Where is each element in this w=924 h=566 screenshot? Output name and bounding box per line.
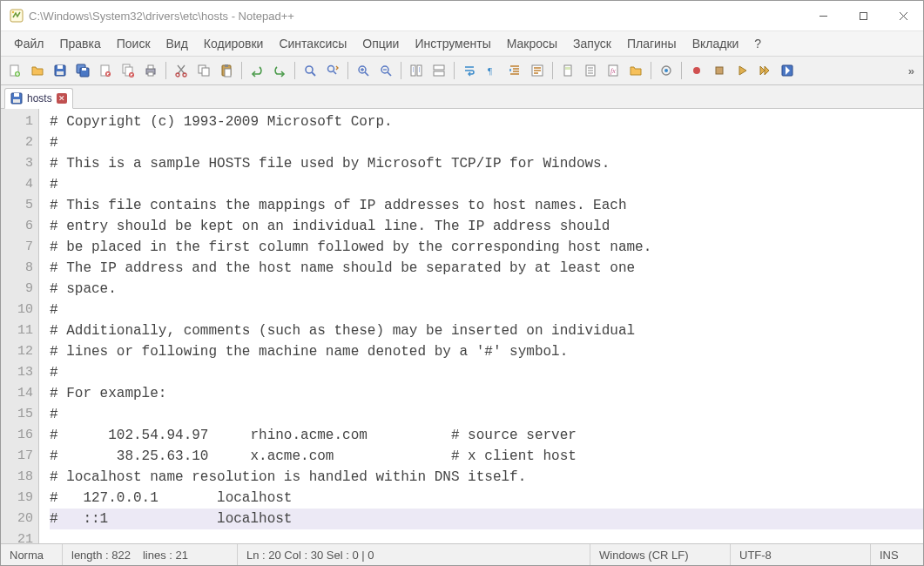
tab-hosts[interactable]: hosts ✕	[4, 88, 73, 109]
sync-h-button[interactable]	[428, 60, 449, 81]
replace-button[interactable]	[322, 60, 343, 81]
menu-view[interactable]: Вид	[158, 33, 196, 54]
code-line[interactable]: #	[50, 300, 923, 320]
paste-button[interactable]	[216, 60, 237, 81]
show-all-chars-button[interactable]: ¶	[482, 60, 502, 81]
user-lang-button[interactable]	[527, 60, 548, 81]
zoom-out-button[interactable]	[375, 60, 396, 81]
save-macro-button[interactable]	[777, 60, 798, 81]
code-line[interactable]: #	[50, 132, 923, 153]
tab-label: hosts	[27, 92, 52, 104]
code-line[interactable]: # localhost name resolution is handled w…	[50, 467, 923, 488]
code-line[interactable]: # 127.0.0.1 localhost	[50, 488, 923, 509]
close-all-button[interactable]	[118, 60, 138, 81]
code-area[interactable]: # Copyright (c) 1993-2009 Microsoft Corp…	[39, 109, 923, 543]
menu-run[interactable]: Запуск	[565, 33, 619, 54]
menu-plugins[interactable]: Плагины	[619, 33, 685, 54]
redo-button[interactable]	[269, 60, 290, 81]
menu-help[interactable]: ?	[746, 33, 769, 54]
svg-rect-40	[434, 71, 444, 76]
find-button[interactable]	[300, 60, 320, 81]
code-line[interactable]: #	[50, 174, 923, 195]
code-line[interactable]	[50, 529, 923, 543]
open-file-button[interactable]	[27, 60, 48, 81]
menu-edit[interactable]: Правка	[51, 33, 108, 54]
tab-bar: hosts ✕	[1, 85, 923, 109]
menu-encoding[interactable]: Кодировки	[196, 33, 272, 54]
save-all-button[interactable]	[72, 60, 93, 81]
folder-workspace-button[interactable]	[625, 60, 646, 81]
svg-rect-38	[417, 65, 422, 76]
svg-rect-20	[148, 65, 153, 69]
undo-button[interactable]	[246, 60, 267, 81]
status-insert-mode[interactable]: INS	[871, 544, 923, 565]
doc-map-button[interactable]	[557, 60, 578, 81]
code-line[interactable]: # space.	[50, 279, 923, 300]
print-button[interactable]	[140, 60, 161, 81]
svg-rect-13	[82, 68, 86, 71]
code-line[interactable]: # This is a sample HOSTS file used by Mi…	[50, 153, 923, 174]
code-line[interactable]: #	[50, 404, 923, 425]
monitor-button[interactable]	[656, 60, 677, 81]
code-line[interactable]: # entry should be kept on an individual …	[50, 216, 923, 237]
new-file-button[interactable]	[4, 60, 25, 81]
code-line[interactable]: # Copyright (c) 1993-2009 Microsoft Corp…	[50, 111, 923, 132]
svg-rect-27	[225, 64, 228, 67]
status-length-value: length : 822	[71, 549, 131, 562]
menu-options[interactable]: Опции	[354, 33, 407, 54]
indent-guide-button[interactable]	[504, 60, 525, 81]
copy-button[interactable]	[193, 60, 214, 81]
code-line[interactable]: # The IP address and the host name shoul…	[50, 258, 923, 279]
tab-close-icon[interactable]: ✕	[57, 93, 67, 104]
doc-list-button[interactable]	[580, 60, 601, 81]
play-multi-button[interactable]	[754, 60, 775, 81]
sync-v-button[interactable]	[406, 60, 427, 81]
code-line[interactable]: # This file contains the mappings of IP …	[50, 195, 923, 216]
svg-line-32	[334, 71, 336, 74]
code-line[interactable]: # ::1 localhost	[50, 509, 923, 529]
close-button[interactable]	[883, 1, 923, 30]
menu-syntax[interactable]: Синтаксисы	[271, 33, 354, 54]
play-macro-button[interactable]	[732, 60, 752, 81]
code-line[interactable]: # Additionally, comments (such as these)…	[50, 320, 923, 341]
code-line[interactable]: # For example:	[50, 383, 923, 404]
menu-bar: Файл Правка Поиск Вид Кодировки Синтакси…	[1, 31, 923, 57]
status-eol[interactable]: Windows (CR LF)	[590, 544, 731, 565]
cut-button[interactable]	[171, 60, 192, 81]
zoom-in-button[interactable]	[353, 60, 374, 81]
svg-rect-43	[564, 65, 571, 76]
status-lines-value: lines : 21	[143, 549, 188, 562]
code-line[interactable]: # be placed in the first column followed…	[50, 237, 923, 258]
svg-rect-10	[57, 71, 64, 75]
svg-rect-3	[860, 12, 867, 19]
toolbar-separator	[294, 62, 295, 79]
record-macro-button[interactable]	[686, 60, 707, 81]
menu-search[interactable]: Поиск	[109, 33, 158, 54]
save-button[interactable]	[50, 60, 71, 81]
app-window: C:\Windows\System32\drivers\etc\hosts - …	[0, 0, 924, 566]
toolbar-separator	[165, 62, 166, 79]
status-encoding[interactable]: UTF-8	[731, 544, 871, 565]
close-file-button[interactable]	[95, 60, 116, 81]
code-line[interactable]: # 38.25.63.10 x.acme.com # x client host	[50, 446, 923, 467]
toolbar-separator	[681, 62, 682, 79]
svg-text:¶: ¶	[488, 65, 492, 76]
menu-file[interactable]: Файл	[6, 33, 51, 54]
menu-tabs[interactable]: Вкладки	[685, 33, 747, 54]
minimize-button[interactable]	[803, 1, 843, 30]
code-line[interactable]: #	[50, 362, 923, 383]
toolbar-overflow-button[interactable]: »	[903, 64, 920, 77]
editor[interactable]: 123456789101112131415161718192021 # Copy…	[1, 109, 923, 543]
toolbar-separator	[241, 62, 242, 79]
code-line[interactable]: # 102.54.94.97 rhino.acme.com # source s…	[50, 425, 923, 446]
toolbar-separator	[651, 62, 651, 79]
stop-macro-button[interactable]	[709, 60, 730, 81]
function-list-button[interactable]: fx	[603, 60, 624, 81]
menu-macros[interactable]: Макросы	[499, 33, 565, 54]
menu-tools[interactable]: Инструменты	[407, 33, 498, 54]
svg-point-29	[306, 66, 313, 73]
word-wrap-button[interactable]	[459, 60, 480, 81]
svg-rect-37	[411, 65, 415, 76]
maximize-button[interactable]	[843, 1, 883, 30]
code-line[interactable]: # lines or following the machine name de…	[50, 341, 923, 362]
